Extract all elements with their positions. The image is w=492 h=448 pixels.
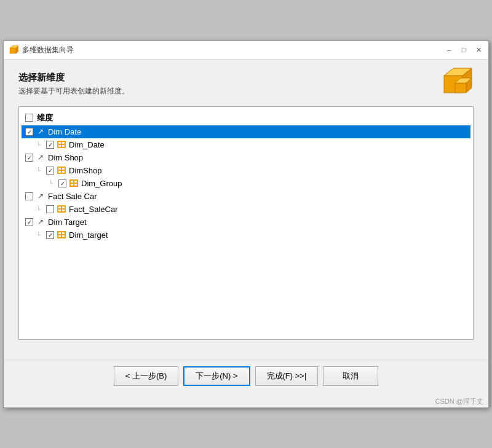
dim-date-table-label: Dim_Date xyxy=(69,140,105,149)
dim-date-icon: ↗ xyxy=(36,127,46,136)
header-text: 选择新维度 选择要基于可用表创建的新维度。 xyxy=(18,72,129,106)
dim-date-label: Dim Date xyxy=(48,127,81,136)
title-bar: 多维数据集向导 – □ ✕ xyxy=(4,41,488,60)
branch-line-2: └ xyxy=(36,167,44,174)
header-row: 选择新维度 选择要基于可用表创建的新维度。 xyxy=(18,72,474,106)
column-header-label: 维度 xyxy=(37,112,53,124)
table-icon-dim-group xyxy=(69,179,79,187)
minimize-button[interactable]: – xyxy=(444,45,454,55)
table-icon-dimshop xyxy=(57,166,66,175)
checkbox-fact-sale-car[interactable] xyxy=(25,192,33,200)
dim-group-label: Dim_Group xyxy=(81,179,122,188)
dimension-list-panel: 维度 ↗ Dim Date └ xyxy=(18,106,474,340)
maximize-button[interactable]: □ xyxy=(459,45,469,55)
list-item-dim-group[interactable]: └ Dim_Group xyxy=(22,177,470,190)
next-button[interactable]: 下一步(N) > xyxy=(183,366,250,386)
checkbox-dimshop[interactable] xyxy=(46,167,54,175)
checkbox-dim-date[interactable] xyxy=(25,128,33,136)
branch-line-5: └ xyxy=(36,232,44,238)
title-controls: – □ ✕ xyxy=(444,45,483,55)
close-button[interactable]: ✕ xyxy=(474,45,483,55)
branch-line-4: └ xyxy=(36,206,44,213)
window-icon xyxy=(9,45,18,55)
table-icon-dim-date xyxy=(57,140,66,149)
cube-graphic xyxy=(442,66,474,98)
svg-rect-6 xyxy=(455,83,466,93)
dim-target-table-label: Dim_target xyxy=(69,230,108,240)
list-item-dim-date[interactable]: ↗ Dim Date xyxy=(22,125,470,138)
list-column-header: 维度 xyxy=(22,111,470,125)
checkbox-dim-date-table[interactable] xyxy=(46,141,54,149)
title-bar-left: 多维数据集向导 xyxy=(9,45,74,55)
checkbox-dim-group[interactable] xyxy=(58,179,66,187)
checkbox-fact-salecar[interactable] xyxy=(46,205,54,213)
list-item-dimshop-table[interactable]: └ DimShop xyxy=(22,164,470,177)
dim-target-label: Dim Target xyxy=(48,218,87,227)
checkbox-dim-target-table[interactable] xyxy=(46,231,54,239)
content-area: 选择新维度 选择要基于可用表创建的新维度。 维度 xyxy=(4,60,488,360)
back-button[interactable]: < 上一步(B) xyxy=(114,366,179,386)
list-item-dim-shop[interactable]: ↗ Dim Shop xyxy=(22,151,470,164)
svg-rect-0 xyxy=(10,48,16,53)
checkbox-dim-target[interactable] xyxy=(25,218,33,226)
list-item-dim-target[interactable]: ↗ Dim Target xyxy=(22,216,470,229)
page-title: 选择新维度 xyxy=(18,72,129,84)
table-icon-dim-target xyxy=(57,230,66,239)
list-item-dim-target-table[interactable]: └ Dim_target xyxy=(22,229,470,242)
table-icon-fact-salecar xyxy=(57,205,66,213)
footer: < 上一步(B) 下一步(N) > 完成(F) >>| 取消 xyxy=(4,360,488,396)
dim-target-icon: ↗ xyxy=(36,218,46,226)
dimshop-table-label: DimShop xyxy=(69,166,101,175)
list-item-fact-sale-car[interactable]: ↗ Fact Sale Car xyxy=(22,190,470,203)
branch-line: └ xyxy=(36,141,44,148)
fact-salecar-label: Fact_SaleCar xyxy=(69,205,117,214)
dim-shop-label: Dim Shop xyxy=(48,153,83,162)
fact-sale-car-label: Fact Sale Car xyxy=(48,192,97,201)
checkbox-dim-shop[interactable] xyxy=(25,154,33,162)
main-window: 多维数据集向导 – □ ✕ 选择新维度 选择要基于可用表创建的新维度。 xyxy=(3,41,489,408)
fact-sale-car-icon: ↗ xyxy=(36,192,46,200)
list-item-dim-date-table[interactable]: └ Dim_Date xyxy=(22,138,470,151)
finish-button[interactable]: 完成(F) >>| xyxy=(255,366,319,386)
cancel-button[interactable]: 取消 xyxy=(323,366,378,386)
list-item-fact-salecar-table[interactable]: └ Fact_SaleCar xyxy=(22,203,470,216)
page-subtitle: 选择要基于可用表创建的新维度。 xyxy=(18,86,129,96)
header-checkbox[interactable] xyxy=(25,114,33,122)
dim-shop-icon: ↗ xyxy=(36,153,46,162)
watermark: CSDN @浮千丈 xyxy=(4,396,488,407)
window-title: 多维数据集向导 xyxy=(22,45,74,55)
branch-line-3: └ xyxy=(49,180,56,187)
